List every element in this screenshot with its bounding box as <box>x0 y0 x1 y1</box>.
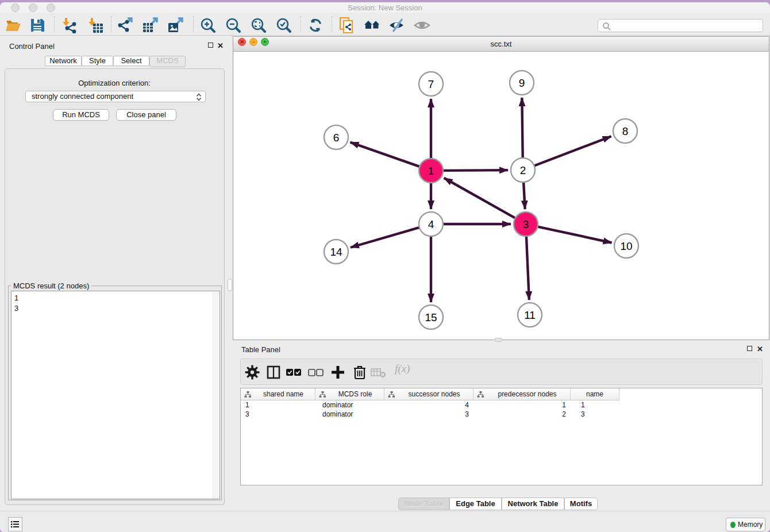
svg-text:9: 9 <box>519 77 525 89</box>
network-window-title: scc.txt <box>233 40 769 48</box>
edge-2-3[interactable] <box>523 181 525 209</box>
column-header-successor-nodes[interactable]: successor nodes <box>384 388 473 400</box>
svg-text:14: 14 <box>330 246 342 258</box>
tab-network[interactable]: Network <box>45 56 82 66</box>
tab-mcds[interactable]: MCDS <box>149 56 186 67</box>
table-panel-float-button[interactable] <box>747 346 752 351</box>
add-column-icon[interactable] <box>330 364 346 380</box>
zoom-selected-icon[interactable] <box>275 17 292 33</box>
select-all-icon[interactable] <box>285 364 302 380</box>
control-panel-close-button[interactable]: ✕ <box>217 43 224 49</box>
node-4[interactable]: 4 <box>419 212 443 236</box>
node-7[interactable]: 7 <box>419 72 443 96</box>
mcds-result-text[interactable]: 1 3 <box>11 291 220 499</box>
cell: 3 <box>241 410 315 419</box>
tab-select[interactable]: Select <box>113 56 149 66</box>
function-builder-icon[interactable]: f(x) <box>395 363 410 375</box>
horizontal-splitter-grip[interactable] <box>495 338 502 342</box>
node-14[interactable]: 14 <box>324 240 348 264</box>
column-header-shared-name[interactable]: shared name <box>241 388 315 400</box>
table-settings-gear-icon[interactable] <box>244 364 260 380</box>
result-scrollbar[interactable] <box>212 292 219 499</box>
home-icon[interactable] <box>364 17 381 33</box>
search-input[interactable] <box>598 19 763 32</box>
app-window: Session: New Session Control Panel ✕ Net… <box>0 2 770 532</box>
save-session-icon[interactable] <box>29 17 46 33</box>
hide-selected-eye-icon[interactable] <box>388 17 406 33</box>
edge-2-9[interactable] <box>522 98 522 159</box>
node-11[interactable]: 11 <box>518 303 542 327</box>
edge-3-10[interactable] <box>537 226 612 242</box>
network-graph[interactable]: 7968124314101511 <box>233 52 769 340</box>
tab-node-table[interactable]: Node Table <box>398 498 449 510</box>
tab-motifs[interactable]: Motifs <box>564 498 598 510</box>
delete-column-icon[interactable] <box>352 364 368 380</box>
table-row[interactable]: 3dominator323 <box>241 410 619 419</box>
node-1[interactable]: 1 <box>419 159 443 183</box>
export-image-icon[interactable] <box>167 17 184 33</box>
node-2[interactable]: 2 <box>511 158 535 182</box>
node-6[interactable]: 6 <box>324 125 348 149</box>
svg-text:8: 8 <box>622 125 629 137</box>
optimization-criterion-select[interactable]: strongly connected component <box>25 91 206 102</box>
window-title: Session: New Session <box>0 3 770 12</box>
table-row[interactable]: 1dominator411 <box>241 400 619 410</box>
task-history-button[interactable] <box>8 517 22 531</box>
svg-text:1: 1 <box>428 165 434 177</box>
tab-network-table[interactable]: Network Table <box>502 498 564 510</box>
deselect-all-icon[interactable] <box>307 364 325 380</box>
cell: 1 <box>473 400 571 410</box>
tab-style[interactable]: Style <box>82 56 113 66</box>
node-9[interactable]: 9 <box>510 71 534 95</box>
memory-status-dot <box>730 522 736 528</box>
dropdown-stepper-icon <box>195 92 202 102</box>
node-8[interactable]: 8 <box>613 119 637 143</box>
node-10[interactable]: 10 <box>614 234 638 258</box>
show-eye-icon[interactable] <box>414 17 431 33</box>
table-header-row: shared nameMCDS rolesuccessor nodesprede… <box>241 388 619 400</box>
open-session-icon[interactable] <box>5 17 22 33</box>
column-header-name[interactable]: name <box>571 388 619 400</box>
import-table-icon[interactable] <box>86 17 103 33</box>
zoom-out-icon[interactable] <box>225 17 242 33</box>
cell: dominator <box>315 410 384 419</box>
node-3[interactable]: 3 <box>514 212 538 236</box>
refresh-icon[interactable] <box>307 17 324 33</box>
cell: 1 <box>241 400 315 410</box>
edge-1-6[interactable] <box>351 142 421 167</box>
edge-4-14[interactable] <box>351 227 421 247</box>
node-15[interactable]: 15 <box>419 305 443 329</box>
memory-button[interactable]: Memory <box>726 518 765 531</box>
control-panel-title: Control Panel <box>9 42 55 51</box>
main-toolbar <box>0 13 770 36</box>
delete-table-icon[interactable] <box>370 364 387 380</box>
mcds-result-label: MCDS result (2 nodes) <box>11 282 91 290</box>
svg-text:15: 15 <box>425 311 437 323</box>
svg-text:11: 11 <box>524 309 536 321</box>
export-table-icon[interactable] <box>142 17 159 33</box>
svg-text:6: 6 <box>333 132 340 144</box>
cell: 4 <box>384 400 473 410</box>
zoom-in-icon[interactable] <box>199 17 217 33</box>
clone-network-icon[interactable] <box>338 17 356 33</box>
export-network-icon[interactable] <box>117 17 134 33</box>
import-network-icon[interactable] <box>60 17 78 33</box>
close-panel-button[interactable]: Close panel <box>116 109 176 121</box>
table-panel-title: Table Panel <box>241 345 280 354</box>
run-mcds-button[interactable]: Run MCDS <box>53 109 109 121</box>
table-panel-close-button[interactable]: ✕ <box>757 346 763 352</box>
tab-edge-table[interactable]: Edge Table <box>449 498 502 510</box>
cell: 3 <box>384 410 473 419</box>
control-panel-float-button[interactable] <box>208 43 213 48</box>
zoom-fit-icon[interactable] <box>250 17 267 33</box>
column-selector-icon[interactable] <box>265 364 282 380</box>
search-icon <box>602 22 611 31</box>
edge-3-1[interactable] <box>444 178 517 219</box>
column-header-MCDS-role[interactable]: MCDS role <box>315 388 384 400</box>
edge-3-11[interactable] <box>526 235 529 300</box>
column-header-predecessor-nodes[interactable]: predecessor nodes <box>473 388 571 400</box>
network-window-titlebar[interactable]: ✕ − + scc.txt <box>233 37 769 52</box>
vertical-splitter-grip[interactable] <box>228 279 232 291</box>
edge-2-8[interactable] <box>533 136 611 166</box>
edge-1-2[interactable] <box>442 170 508 171</box>
